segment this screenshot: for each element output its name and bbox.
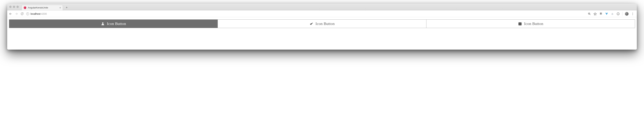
svg-marker-9 — [600, 12, 602, 14]
url-host: localhost — [30, 12, 40, 15]
window-controls — [9, 6, 19, 8]
new-tab-button[interactable]: + — [64, 5, 69, 10]
icon-button-group: Icon Button Icon Button Icon Button — [9, 20, 635, 28]
browser-window: AngularKendoUnite × + i localhost:4200 — [7, 4, 637, 50]
back-button[interactable] — [9, 12, 12, 16]
reload-button[interactable] — [20, 12, 24, 16]
extension-vue-icon[interactable] — [605, 12, 608, 16]
url-field[interactable]: i localhost:4200 — [26, 12, 585, 15]
toolbar-separator — [622, 12, 622, 16]
icon-button-label: Icon Button — [524, 22, 544, 26]
svg-point-12 — [612, 14, 612, 14]
icon-button-user[interactable]: Icon Button — [9, 20, 218, 28]
svg-marker-11 — [605, 13, 608, 15]
check-icon — [310, 22, 314, 26]
titlebar: AngularKendoUnite × + — [7, 4, 637, 10]
svg-point-19 — [632, 14, 633, 15]
svg-marker-8 — [594, 12, 596, 15]
svg-rect-25 — [519, 24, 520, 24]
svg-marker-10 — [600, 14, 602, 15]
svg-rect-21 — [518, 23, 522, 25]
icon-button-calendar[interactable]: Icon Button — [426, 20, 635, 28]
angular-icon — [24, 6, 26, 9]
svg-point-13 — [612, 14, 613, 14]
window-minimize-dot[interactable] — [13, 6, 15, 8]
extension-stack-icon[interactable] — [599, 12, 602, 16]
svg-point-17 — [632, 12, 633, 13]
forward-button[interactable] — [15, 12, 18, 16]
tab-title: AngularKendoUnite — [28, 6, 48, 9]
window-zoom-dot[interactable] — [16, 6, 19, 8]
toolbar-right — [588, 12, 635, 16]
profile-avatar[interactable] — [625, 12, 628, 16]
bookmark-star-icon[interactable] — [594, 12, 597, 16]
window-close-dot[interactable] — [9, 6, 12, 8]
extension-info-icon[interactable] — [616, 12, 620, 16]
svg-point-18 — [632, 14, 633, 14]
url-port: :4200 — [40, 12, 47, 15]
icon-button-label: Icon Button — [107, 22, 126, 26]
page-content: Icon Button Icon Button Icon Button — [7, 17, 637, 50]
address-bar: i localhost:4200 — [7, 10, 637, 17]
svg-point-20 — [102, 22, 103, 24]
icon-button-label: Icon Button — [316, 22, 335, 26]
user-icon — [101, 22, 105, 26]
extension-ghost-icon[interactable] — [611, 12, 614, 16]
svg-point-16 — [618, 13, 618, 13]
kebab-menu-icon[interactable] — [631, 12, 634, 16]
browser-tab[interactable]: AngularKendoUnite × — [22, 5, 63, 10]
svg-line-5 — [590, 14, 590, 15]
icon-button-check[interactable]: Icon Button — [218, 20, 426, 28]
tab-close-icon[interactable]: × — [60, 6, 61, 9]
calendar-icon — [518, 22, 522, 26]
site-info-icon[interactable]: i — [26, 12, 29, 15]
zoom-icon[interactable] — [588, 12, 591, 16]
